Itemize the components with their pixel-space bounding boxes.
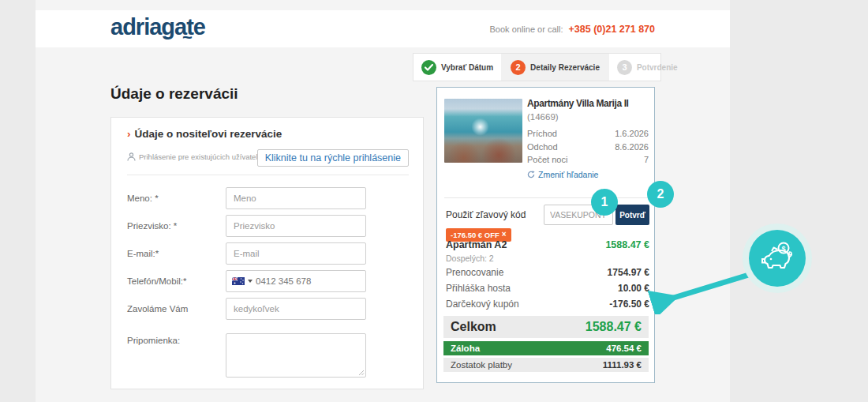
quick-login-button[interactable]: Kliknite tu na rýchle prihlásenie — [257, 149, 409, 167]
step-label: Vybrať Dátum — [441, 63, 493, 72]
occupancy-note: Dospelých: 2 — [446, 254, 494, 263]
detail-row-departure: Odchod8.6.2026 — [527, 141, 649, 154]
refresh-icon — [527, 171, 535, 178]
annotation-circle-2: 2 — [647, 181, 674, 208]
piggy-bank-halo: $ — [743, 224, 812, 293]
divider — [127, 175, 409, 175]
detail-row-arrival: Príchod1.6.2026 — [527, 127, 649, 141]
coupon-label: Použiť zľavový kód — [446, 209, 526, 220]
dropdown-caret-icon[interactable] — [248, 280, 253, 283]
annotation-circle-1: 1 — [591, 189, 618, 216]
detail-row-nights: Počet noci7 — [527, 153, 649, 167]
header: adriagate ~ Book online or call: +385 (0… — [36, 10, 730, 47]
price-row-apartment: Apartmán A21588.47 € — [446, 239, 649, 250]
callback-input[interactable] — [226, 298, 366, 320]
step-2-badge: 2 — [511, 60, 526, 75]
name-input[interactable] — [226, 187, 366, 209]
email-label: E-mail:* — [127, 249, 159, 258]
surname-input[interactable] — [226, 215, 366, 237]
balance-row: Zostatok platby1111.93 € — [443, 358, 649, 372]
phone-input[interactable] — [256, 276, 360, 286]
property-info: Apartmány Villa Marija II (14669) Prícho… — [527, 98, 649, 179]
field-row-phone: Telefón/Mobil:* — [127, 270, 409, 292]
note-textarea[interactable] — [226, 333, 366, 378]
page-title: Údaje o rezervácii — [110, 85, 238, 103]
chevron-icon: › — [127, 128, 131, 140]
flag-australia-icon[interactable] — [232, 277, 245, 285]
field-row-surname: Priezvisko: * — [127, 215, 409, 237]
note-label: Pripomienka: — [127, 336, 180, 345]
phone-input-group — [226, 270, 366, 292]
user-icon — [127, 152, 136, 161]
remove-coupon-icon[interactable]: × — [502, 231, 507, 238]
reservation-form-card: ›Údaje o nositeľovi rezervácie Prihlásen… — [110, 117, 424, 389]
field-row-callback: Zavoláme Vám — [127, 298, 409, 320]
email-field[interactable] — [226, 242, 366, 265]
deposit-row: Záloha476.54 € — [443, 341, 649, 355]
step-label: Detaily Rezervácie — [530, 63, 600, 72]
property-title: Apartmány Villa Marija II — [527, 98, 649, 109]
login-hint: Prihlásenie pre existujúcich užívateľov — [127, 152, 266, 161]
price-row-gift-coupon: Darčekový kupón-176.50 € — [446, 299, 649, 310]
field-row-email: E-mail:* — [127, 242, 409, 265]
surname-label: Priezvisko: * — [127, 221, 177, 231]
step-3-badge: 3 — [617, 60, 632, 75]
call-prefix: Book online or call: — [490, 24, 563, 34]
check-icon — [421, 60, 436, 75]
section-title: ›Údaje o nositeľovi rezervácie — [127, 128, 282, 140]
content-column: adriagate ~ Book online or call: +385 (0… — [36, 0, 730, 402]
piggy-bank-icon: $ — [749, 230, 806, 287]
login-row: Prihlásenie pre existujúcich užívateľov … — [127, 149, 409, 167]
page: adriagate ~ Book online or call: +385 (0… — [0, 0, 868, 402]
note-field-wrap — [226, 333, 366, 378]
step-reservation-details[interactable]: 2 Detaily Rezervácie — [501, 54, 609, 81]
step-label: Potvrdenie — [637, 63, 678, 72]
property-code: (14669) — [527, 112, 649, 122]
phone-number-link[interactable]: +385 (0)21 271 870 — [569, 24, 655, 35]
price-row-guest-fee: Přihláška hosta10.00 € — [446, 283, 649, 294]
logo[interactable]: adriagate ~ — [110, 14, 205, 40]
phone-label: Telefón/Mobil:* — [127, 276, 186, 286]
coupon-confirm-button[interactable]: Potvrď — [615, 205, 649, 225]
call-info: Book online or call: +385 (0)21 271 870 — [490, 24, 655, 35]
name-label: Meno: * — [127, 193, 159, 203]
booking-summary-panel: Apartmány Villa Marija II (14669) Prícho… — [436, 87, 655, 383]
progress-steps: Vybrať Dátum 2 Detaily Rezervácie 3 Potv… — [413, 53, 661, 81]
field-row-name: Meno: * — [127, 187, 409, 209]
property-photo — [444, 99, 522, 163]
logo-wave-icon: ~ — [182, 28, 192, 48]
resize-handle[interactable] — [358, 370, 365, 376]
change-search-link[interactable]: Zmeniť hľadanie — [527, 170, 649, 179]
price-row-accommodation: Prenocovanie1754.97 € — [446, 267, 649, 278]
callback-label: Zavoláme Vám — [127, 304, 188, 314]
annotation-arrow-icon — [631, 267, 758, 314]
total-row: Celkom1588.47 € — [443, 316, 649, 338]
step-confirmation[interactable]: 3 Potvrdenie — [609, 54, 686, 81]
step-select-date[interactable]: Vybrať Dátum — [413, 54, 501, 81]
